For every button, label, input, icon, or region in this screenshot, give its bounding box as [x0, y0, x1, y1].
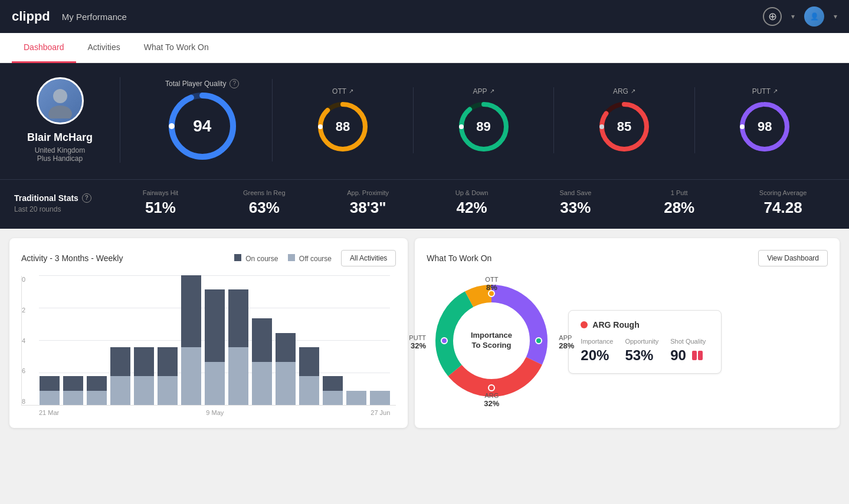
on-course-bar: [228, 289, 248, 347]
off-course-bar: [87, 391, 107, 405]
hero-section: Blair McHarg United Kingdom Plus Handica…: [0, 63, 849, 179]
trad-stats-heading: Traditional Stats ?: [14, 193, 109, 203]
metric-importance: Importance 20%: [581, 338, 613, 364]
putt-circle: 98: [738, 100, 791, 153]
arg-donut-label: ARG 32%: [484, 392, 499, 408]
score-total: Total Player Quality ? 94: [132, 79, 273, 162]
stat-greens-in-reg: Greens In Reg 63%: [212, 189, 316, 217]
nav-left: clippd My Performance: [12, 9, 127, 24]
wtwo-title: What To Work On: [427, 253, 491, 263]
scores-section: Total Player Quality ? 94 OTT ↗: [120, 79, 835, 162]
off-course-bar: [276, 362, 296, 405]
stat-app-proximity: App. Proximity 38'3": [316, 189, 420, 217]
trad-stats-help-icon[interactable]: ?: [82, 193, 91, 203]
detail-metrics: Importance 20% Opportunity 53% Shot Qual…: [581, 338, 709, 364]
on-course-dot: [234, 254, 241, 261]
add-button[interactable]: ⊕: [763, 7, 782, 26]
off-course-bar: [370, 391, 390, 405]
top-nav: clippd My Performance ⊕ ▾ 👤 ▾: [0, 0, 849, 33]
tab-what-to-work-on[interactable]: What To Work On: [132, 33, 221, 63]
trad-stats-label: Traditional Stats ? Last 20 rounds: [14, 193, 109, 213]
chart-header: Activity - 3 Months - Weekly On course O…: [21, 250, 396, 266]
off-course-bar: [252, 362, 272, 405]
ott-circle: 88: [316, 100, 369, 153]
score-putt: PUTT ↗ 98: [695, 87, 835, 153]
svg-point-25: [536, 338, 542, 344]
bar-chart: 8 6 4 2 0: [21, 276, 396, 406]
main-content: Activity - 3 Months - Weekly On course O…: [0, 229, 849, 437]
total-help-icon[interactable]: ?: [230, 79, 239, 88]
bar-group: [323, 376, 343, 405]
y-axis-labels: 8 6 4 2 0: [22, 276, 28, 405]
on-course-bar: [40, 376, 60, 390]
avatar[interactable]: 👤: [804, 6, 824, 27]
player-handicap: Plus Handicap: [37, 154, 83, 163]
off-course-bar: [346, 391, 366, 405]
off-course-bar: [40, 391, 60, 405]
off-course-bar: [228, 347, 248, 405]
app-donut-label: APP 28%: [559, 334, 574, 350]
off-course-bar: [299, 376, 319, 405]
legend-off-course: Off course: [288, 254, 332, 263]
on-course-bar: [110, 347, 130, 376]
logo[interactable]: clippd: [12, 9, 50, 24]
chart-legend: On course Off course: [234, 254, 332, 263]
off-course-bar: [158, 376, 178, 405]
metric-shot-quality: Shot Quality 90: [670, 338, 706, 364]
ott-donut-label: OTT 8%: [485, 276, 498, 292]
svg-text:To Scoring: To Scoring: [472, 341, 512, 350]
bar-group: [40, 376, 60, 405]
svg-point-0: [53, 89, 67, 103]
off-course-bar: [181, 347, 201, 405]
app-value: 89: [476, 119, 490, 134]
bar-group: [158, 347, 178, 405]
bar-group: [228, 289, 248, 405]
stat-fairways-hit: Fairways Hit 51%: [109, 189, 212, 217]
bar-chart-container: 8 6 4 2 0 21 Mar 9 May 27 Jun: [21, 276, 396, 416]
total-label: Total Player Quality ?: [165, 79, 239, 88]
svg-text:Importance: Importance: [471, 331, 512, 340]
ott-value: 88: [336, 119, 350, 134]
ott-label: OTT ↗: [332, 87, 353, 95]
score-ott: OTT ↗ 88: [273, 87, 413, 153]
shot-quality-bar: [692, 351, 703, 360]
bar-group: [370, 391, 390, 405]
player-country: United Kingdom: [35, 146, 85, 154]
all-activities-button[interactable]: All Activities: [341, 250, 396, 266]
player-info: Blair McHarg United Kingdom Plus Handica…: [14, 77, 120, 163]
bar-group: [299, 347, 319, 405]
on-course-bar: [323, 376, 343, 390]
total-value: 94: [193, 117, 211, 136]
on-course-bar: [158, 347, 178, 376]
off-course-bar: [63, 391, 83, 405]
donut-chart: Importance To Scoring: [427, 276, 556, 406]
on-course-bar: [276, 333, 296, 362]
tab-dashboard[interactable]: Dashboard: [12, 33, 76, 63]
bar-group: [205, 289, 225, 405]
bar-group: [63, 376, 83, 405]
bar-group: [87, 376, 107, 405]
score-app: APP ↗ 89: [414, 87, 554, 153]
off-course-bar: [323, 391, 343, 405]
putt-arrow-icon: ↗: [773, 88, 778, 94]
metric-opportunity: Opportunity 53%: [625, 338, 658, 364]
on-course-bar: [299, 347, 319, 376]
arg-arrow-icon: ↗: [631, 88, 635, 94]
score-arg: ARG ↗ 85: [554, 87, 694, 153]
what-to-work-on-card: What To Work On View Dashboard: [415, 238, 840, 428]
detail-dot: [581, 321, 588, 328]
view-dashboard-button[interactable]: View Dashboard: [758, 250, 828, 266]
stat-one-putt: 1 Putt 28%: [627, 189, 731, 217]
arg-circle: 85: [598, 100, 651, 153]
player-avatar: [37, 77, 84, 124]
donut-chart-wrapper: Importance To Scoring OTT 8% APP 28%: [427, 276, 556, 408]
on-course-bar: [87, 376, 107, 390]
on-course-bar: [205, 289, 225, 361]
on-course-bar: [134, 347, 154, 376]
legend-on-course: On course: [234, 254, 278, 263]
bar-group: [181, 275, 201, 405]
tab-activities[interactable]: Activities: [76, 33, 132, 63]
bar-group: [110, 347, 130, 405]
nav-title: My Performance: [62, 12, 127, 22]
arg-label: ARG ↗: [613, 87, 635, 95]
